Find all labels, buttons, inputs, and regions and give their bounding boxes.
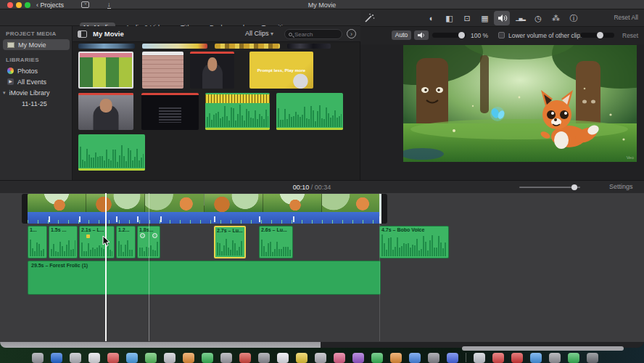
filters-icon[interactable]: ⁂ (550, 12, 563, 24)
dock-app-icon[interactable] (220, 353, 232, 363)
playhead[interactable] (105, 193, 107, 341)
stabilization-icon[interactable]: ▦ (479, 12, 492, 24)
dock-app-icon[interactable] (88, 353, 100, 363)
browser-title: My Movie (93, 30, 124, 38)
audio-clip[interactable]: 1... (28, 226, 47, 258)
dock-app-icon[interactable] (587, 353, 598, 363)
dock-app-icon[interactable] (107, 353, 119, 363)
dock-app-icon[interactable] (568, 353, 579, 363)
fade-handle[interactable] (152, 233, 157, 238)
waveform (30, 239, 45, 256)
fade-handle[interactable] (140, 233, 145, 238)
dock-app-icon[interactable] (32, 353, 44, 363)
dock-app-icon[interactable] (126, 353, 138, 363)
info-icon[interactable]: ⓘ (567, 12, 580, 24)
media-thumbnail-audio[interactable] (276, 93, 343, 130)
dock-app-icon[interactable] (202, 353, 213, 363)
dock-app-icon[interactable] (145, 353, 157, 363)
dock-app-icon[interactable] (390, 353, 402, 363)
window-title: My Movie (278, 1, 366, 9)
media-thumbnail-desk[interactable] (78, 93, 133, 130)
dock-app-icon[interactable] (371, 353, 383, 363)
media-thumbnail-terminal[interactable] (141, 93, 199, 130)
color-correction-icon[interactable]: ◧ (443, 12, 456, 24)
sidebar-toggle-icon[interactable] (78, 30, 87, 38)
volume-icon[interactable] (496, 12, 509, 24)
dock-app-icon[interactable] (549, 353, 561, 363)
horizontal-scrollbar[interactable] (462, 346, 624, 351)
mute-button[interactable] (414, 30, 429, 40)
dock-app-icon[interactable] (352, 353, 364, 363)
lower-volume-slider[interactable] (580, 33, 614, 38)
dock-app-icon[interactable] (334, 353, 345, 363)
minimize-window-button[interactable] (16, 2, 22, 8)
audio-clip[interactable]: 1.2... (116, 226, 136, 258)
volume-slider[interactable] (432, 33, 466, 38)
speed-icon[interactable]: ◷ (532, 12, 545, 24)
volume-percent: 100 % (471, 32, 488, 39)
current-time: 00:10 (293, 184, 310, 191)
lower-volume-checkbox[interactable] (498, 32, 505, 38)
video-clip[interactable] (28, 194, 381, 224)
media-thumbnail-webcam[interactable] (190, 52, 234, 89)
timeline-zoom-slider[interactable] (519, 187, 580, 188)
trim-handle-left[interactable] (22, 194, 28, 224)
reset-button[interactable]: Reset (622, 32, 638, 39)
zoom-window-button[interactable] (25, 2, 30, 8)
audio-clip[interactable]: 2.6s – Lu... (259, 226, 293, 258)
close-window-button[interactable] (7, 2, 13, 8)
dock-app-icon[interactable] (315, 353, 326, 363)
dock-app-icon[interactable] (447, 353, 458, 363)
dock-app-icon[interactable] (239, 353, 251, 363)
search-input[interactable]: Search (284, 29, 342, 39)
crop-icon[interactable]: ⊡ (461, 12, 474, 24)
dock-app-icon[interactable] (296, 353, 307, 363)
trim-handle-right[interactable] (381, 194, 387, 224)
color-balance-icon[interactable]: ◐ (425, 12, 438, 24)
dock-app-icon[interactable] (428, 353, 439, 363)
export-icon[interactable] (81, 1, 89, 8)
dock-app-icon[interactable] (51, 353, 62, 363)
sidebar-item-imovie-library[interactable]: ▾ iMovie Library (3, 87, 70, 98)
media-thumbnail-sliver-blue[interactable] (78, 44, 135, 49)
media-thumbnail-app-grid[interactable] (78, 52, 133, 89)
media-thumbnail-audio-yellowtop[interactable] (205, 93, 270, 130)
dock-app-icon[interactable] (164, 353, 176, 363)
film-frame (205, 194, 263, 212)
media-thumbnail-slide-yellow[interactable]: Prompt less, Play more (249, 52, 313, 89)
sidebar-item-photos[interactable]: Photos (3, 65, 70, 76)
sidebar-item-all-events[interactable]: ▶ All Events (3, 76, 70, 87)
media-thumbnail-sliver-gold[interactable] (215, 44, 280, 49)
dock-app-icon[interactable] (258, 353, 270, 363)
media-thumbnail-sliver-dark[interactable] (287, 44, 331, 49)
dock-app-icon[interactable] (183, 353, 194, 363)
continuous-playback-icon[interactable]: › (347, 29, 356, 38)
music-clip[interactable]: 29.5s – Forest Frolic (1) (28, 261, 381, 295)
reset-all-button[interactable]: Reset All (614, 14, 638, 21)
auto-volume-button[interactable]: Auto (392, 30, 411, 40)
enhance-wand-icon[interactable] (363, 13, 375, 24)
dock-app-icon[interactable] (409, 353, 421, 363)
media-thumbnail-audio[interactable] (78, 134, 145, 171)
dock-app-icon[interactable] (511, 353, 523, 363)
dock-app-icon[interactable] (277, 353, 289, 363)
media-thumbnail-sliver-sky[interactable] (142, 44, 207, 49)
back-to-projects-button[interactable]: ‹ Projects (36, 1, 64, 9)
media-thumbnail-doc-pink[interactable] (142, 52, 183, 89)
waveform-yellow (205, 94, 270, 103)
audio-clip[interactable]: 1.5s ... (49, 226, 78, 258)
audio-clip[interactable]: 2.7s – Lu... (214, 226, 246, 258)
sidebar-item-my-movie[interactable]: My Movie (3, 39, 70, 50)
audio-clip[interactable]: 4.7s – Bobo Voice (379, 226, 449, 258)
dock-app-icon[interactable] (474, 353, 485, 363)
chevron-down-icon[interactable]: ▾ (3, 90, 6, 96)
sidebar-item-date[interactable]: 11-11-25 (3, 98, 70, 109)
clip-filter-dropdown[interactable]: All Clips ▾ (245, 30, 273, 37)
dock-app-icon[interactable] (70, 353, 81, 363)
clip-connection-tick (116, 216, 117, 222)
timeline-settings-button[interactable]: Settings (609, 183, 633, 190)
noise-reduction-icon[interactable]: ▁▄▂ (514, 12, 527, 24)
dock-app-icon[interactable] (492, 353, 504, 363)
dock-app-icon[interactable] (530, 353, 542, 363)
download-icon[interactable]: ↓ (107, 1, 111, 9)
